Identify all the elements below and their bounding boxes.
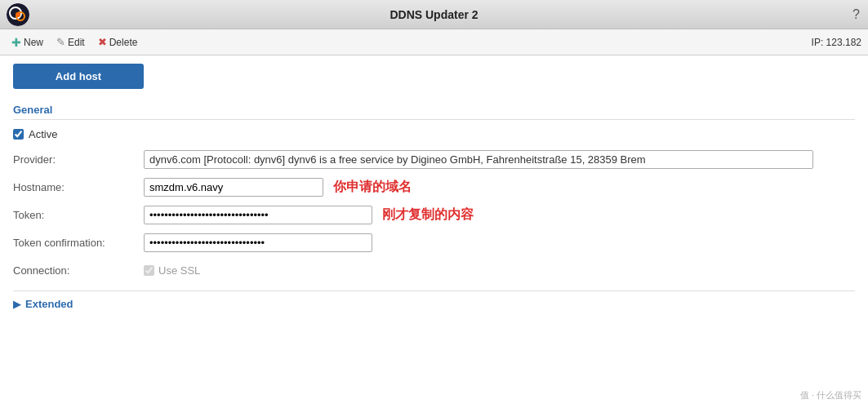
- app-title: DDNS Updater 2: [389, 8, 478, 21]
- hostname-input[interactable]: [144, 178, 323, 197]
- extended-label: Extended: [25, 298, 73, 310]
- add-host-button[interactable]: Add host: [13, 64, 144, 89]
- provider-value: dynv6.com [Protocoll: dynv6] dynv6 is a …: [144, 150, 813, 169]
- token-annotation: 刚才复制的内容: [382, 206, 474, 224]
- token-wrapper: 刚才复制的内容: [144, 206, 855, 224]
- edit-button[interactable]: ✎ Edit: [51, 34, 90, 50]
- app-logo: [7, 3, 29, 26]
- new-label: New: [24, 37, 43, 48]
- hostname-label: Hostname:: [13, 181, 144, 193]
- connection-row: Connection: Use SSL: [13, 259, 855, 281]
- extended-arrow-icon: ▶: [13, 299, 20, 310]
- new-button[interactable]: ✚ New: [7, 34, 48, 51]
- delete-button[interactable]: ✖ Delete: [93, 34, 143, 50]
- hostname-annotation: 你申请的域名: [333, 179, 412, 196]
- active-label: Active: [29, 128, 57, 140]
- token-confirm-input[interactable]: [144, 233, 372, 252]
- token-confirm-label: Token confirmation:: [13, 237, 144, 249]
- hostname-row: Hostname: 你申请的域名: [13, 176, 855, 197]
- toolbar: ✚ New ✎ Edit ✖ Delete IP: 123.182: [0, 29, 868, 55]
- ip-display: IP: 123.182: [812, 37, 861, 48]
- connection-label: Connection:: [13, 264, 144, 277]
- token-confirmation-row: Token confirmation:: [13, 232, 855, 253]
- general-section-header: General: [13, 100, 855, 120]
- watermark: 值 · 什么值得买: [800, 389, 861, 401]
- svg-point-3: [16, 12, 20, 17]
- provider-label: Provider:: [13, 153, 144, 166]
- delete-label: Delete: [109, 37, 138, 48]
- extended-section[interactable]: ▶ Extended: [13, 290, 855, 310]
- active-checkbox[interactable]: [13, 129, 24, 140]
- active-row: Active: [13, 128, 855, 140]
- provider-row: Provider: dynv6.com [Protocoll: dynv6] d…: [13, 149, 855, 170]
- edit-icon: ✎: [56, 36, 65, 48]
- delete-icon: ✖: [98, 36, 107, 48]
- token-input[interactable]: [144, 206, 372, 224]
- ssl-wrapper: Use SSL: [144, 264, 200, 277]
- ssl-label: Use SSL: [158, 264, 200, 277]
- main-content: Add host General Active Provider: dynv6.…: [0, 55, 868, 408]
- token-label: Token:: [13, 209, 144, 221]
- help-icon[interactable]: ?: [852, 7, 860, 22]
- plus-icon: ✚: [11, 36, 21, 49]
- title-bar: DDNS Updater 2 ?: [0, 0, 868, 29]
- edit-label: Edit: [68, 37, 85, 48]
- ssl-checkbox[interactable]: [144, 265, 154, 276]
- token-row: Token: 刚才复制的内容: [13, 204, 855, 225]
- hostname-wrapper: 你申请的域名: [144, 178, 855, 197]
